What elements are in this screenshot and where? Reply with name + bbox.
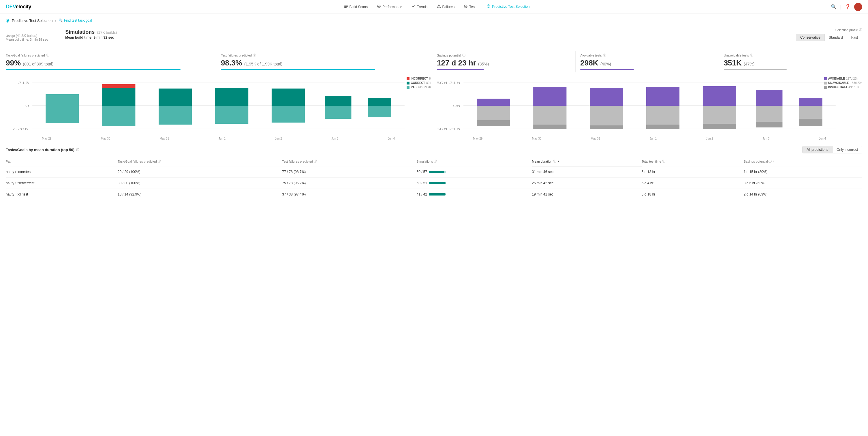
row3-simulations: 41 / 42	[416, 189, 532, 200]
savings-card: Savings potential ⓘ 127 d 23 hr (35%)	[437, 51, 575, 72]
svg-rect-27	[45, 106, 79, 123]
svg-point-10	[488, 6, 489, 6]
row3-sim-bar-fill	[429, 193, 445, 195]
col-total-test-time[interactable]: Total test time ⓘ ↕	[642, 157, 744, 166]
avoidable-info[interactable]: ⓘ	[603, 53, 606, 57]
simulations-block: Simulations (17K builds) Mean build time…	[65, 29, 117, 41]
table-thead: Path Task/Goal failures predicted ⓘ Test…	[6, 157, 862, 166]
task-failures-value: 99% (801 of 809 total)	[6, 59, 211, 67]
svg-rect-25	[325, 96, 351, 106]
test-failures-card: Test failures predicted ⓘ 98.3% (1.95K o…	[216, 51, 431, 72]
nav-predictive-test-selection[interactable]: Predictive Test Selection	[483, 2, 533, 11]
th-mean-duration-info[interactable]: ⓘ	[553, 159, 556, 163]
row3-path: nauty › :cli:test	[6, 189, 118, 200]
legend-avoidable: AVOIDABLE 127d 23h	[824, 77, 862, 80]
performance-icon	[377, 4, 381, 9]
breadcrumb-find-link[interactable]: 🔍 Find test task/goal	[59, 19, 92, 23]
legend-passed: PASSED 29.7K	[407, 86, 431, 89]
main-content: Usage (41.8K builds) Mean build time: 3 …	[0, 25, 868, 206]
help-icon[interactable]: ❓	[845, 4, 851, 9]
col-path[interactable]: Path	[6, 157, 118, 166]
nav-build-scans[interactable]: Build Scans	[341, 3, 371, 11]
nav-failures[interactable]: Failures	[433, 3, 458, 11]
unavoidable-color	[824, 82, 827, 85]
row1-sim-bar-container: 50 / 57	[416, 170, 529, 174]
sort-desc-icon: ▼	[557, 160, 560, 163]
nav: Build Scans Performance Trends Failures …	[43, 2, 831, 11]
table-row: nauty › :core:test 29 / 29 (100%) 77 / 7…	[6, 166, 862, 178]
th-total-info[interactable]: ⓘ	[662, 159, 665, 163]
col-task-failures[interactable]: Task/Goal failures predicted ⓘ	[118, 157, 282, 166]
test-failures-info[interactable]: ⓘ	[253, 53, 256, 57]
nav-trends[interactable]: Trends	[408, 3, 431, 11]
savings-info[interactable]: ⓘ	[462, 53, 465, 57]
svg-rect-57	[646, 125, 679, 129]
tasks-table: Path Task/Goal failures predicted ⓘ Test…	[6, 157, 862, 200]
header: DEVelocity Build Scans Performance Trend…	[0, 0, 868, 14]
sort-savings-icon: ↕	[773, 160, 774, 163]
row1-simulations: 50 / 57	[416, 166, 532, 178]
row3-total-time: 3 d 18 hr	[642, 189, 744, 200]
profile-info-icon[interactable]: ⓘ	[859, 28, 862, 32]
svg-rect-32	[325, 106, 351, 119]
row2-mean-duration: 25 min 42 sec	[532, 178, 642, 189]
task-failures-info[interactable]: ⓘ	[46, 53, 49, 57]
task-failures-bar	[6, 69, 181, 70]
passed-color	[407, 86, 409, 89]
svg-rect-55	[533, 125, 566, 129]
avoidable-bar	[580, 69, 634, 70]
profile-label: Selection profile ⓘ	[835, 28, 862, 32]
col-test-failures[interactable]: Test failures predicted ⓘ	[282, 157, 416, 166]
th-task-failures-info[interactable]: ⓘ	[158, 159, 161, 163]
col-savings-potential[interactable]: Savings potential ⓘ ↕	[744, 157, 862, 166]
profile-fast-btn[interactable]: Fast	[847, 34, 862, 41]
row2-task-failures: 30 / 30 (100%)	[118, 178, 282, 189]
svg-rect-33	[368, 106, 391, 117]
avatar[interactable]	[854, 3, 862, 11]
svg-rect-49	[590, 106, 623, 125]
row1-path: nauty › :core:test	[6, 166, 118, 178]
svg-point-12	[855, 8, 861, 11]
tests-icon	[464, 4, 468, 9]
svg-rect-46	[799, 98, 823, 106]
svg-point-11	[857, 4, 860, 7]
col-mean-duration[interactable]: Mean duration ⓘ ▼	[532, 157, 642, 166]
table-row: nauty › :server:test 30 / 30 (100%) 75 /…	[6, 178, 862, 189]
row2-savings: 3 d 6 hr (63%)	[744, 178, 862, 189]
svg-rect-59	[756, 122, 782, 127]
right-chart-xlabels: May 29 May 30 May 31 Jun 1 Jun 2 Jun 3 J…	[437, 137, 862, 140]
th-test-failures-info[interactable]: ⓘ	[314, 159, 317, 163]
unavoidable-info[interactable]: ⓘ	[750, 53, 753, 57]
svg-rect-40	[477, 99, 510, 106]
savings-value: 127 d 23 hr (35%)	[437, 59, 571, 67]
svg-rect-2	[344, 7, 347, 8]
left-chart: 213 0 7.28K	[6, 77, 431, 135]
only-incorrect-btn[interactable]: Only incorrect	[833, 146, 862, 153]
table-info-icon[interactable]: ⓘ	[76, 148, 79, 152]
unavoidable-value: 351K (47%)	[724, 59, 858, 67]
failures-icon	[437, 4, 441, 9]
unavoidable-title: Unavoidable tests ⓘ	[724, 53, 858, 57]
left-chart-legend: INCORRECT 8 CORRECT 801 PASSED 29.7K	[407, 77, 431, 89]
legend-unavoidable: UNAVOIDABLE 188d 20h	[824, 81, 862, 85]
nav-tests[interactable]: Tests	[460, 3, 481, 11]
nav-performance[interactable]: Performance	[373, 3, 406, 11]
all-predictions-btn[interactable]: All predictions	[803, 146, 833, 153]
svg-rect-20	[102, 84, 135, 88]
col-simulations[interactable]: Simulations ⓘ	[416, 157, 532, 166]
svg-text:0: 0	[25, 104, 29, 107]
profile-standard-btn[interactable]: Standard	[825, 34, 847, 41]
row1-sim-bar-fill	[429, 171, 444, 173]
search-icon[interactable]: 🔍	[831, 4, 837, 9]
th-simulations-info[interactable]: ⓘ	[434, 159, 437, 163]
svg-rect-19	[45, 94, 79, 106]
row3-sim-bar-empty	[446, 193, 446, 195]
avoidable-color	[824, 77, 827, 80]
two-col-section: Task/Goal failures predicted ⓘ 99% (801 …	[6, 51, 862, 140]
row3-mean-duration: 19 min 41 sec	[532, 189, 642, 200]
th-savings-info[interactable]: ⓘ	[769, 159, 772, 163]
profile-conservative-btn[interactable]: Conservative	[796, 34, 825, 41]
svg-text:50d 21h: 50d 21h	[437, 81, 460, 85]
svg-rect-30	[215, 106, 248, 124]
svg-rect-42	[590, 88, 623, 106]
